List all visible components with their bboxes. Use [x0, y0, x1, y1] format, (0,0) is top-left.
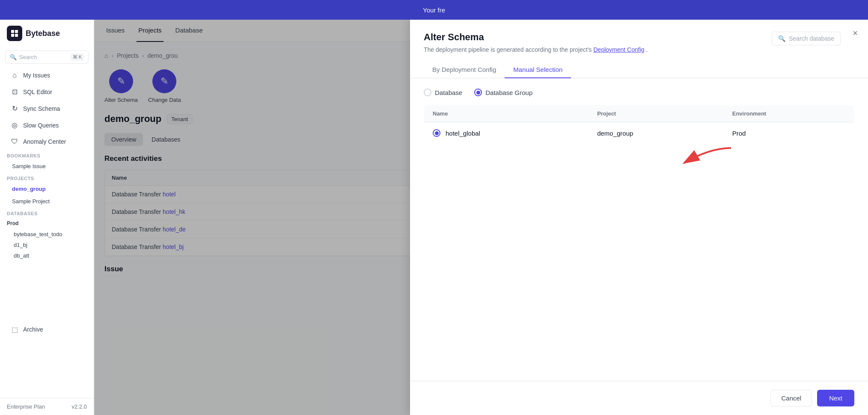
modal-tab-by-deployment[interactable]: By Deployment Config	[424, 62, 505, 78]
sidebar-item-label: Anomaly Center	[23, 138, 66, 145]
prod-env-label: Prod	[0, 218, 94, 229]
main-content: Issues Projects Database ⌂ › Projects › …	[94, 20, 868, 415]
sidebar-item-sample-project[interactable]: Sample Project	[0, 195, 94, 208]
top-banner: Your fre	[0, 0, 868, 20]
col-environment: Environment	[724, 105, 854, 122]
modal-subtitle: The deployment pipeline is generated acc…	[424, 46, 854, 53]
svg-rect-1	[15, 30, 18, 33]
shield-icon: 🛡	[10, 138, 19, 145]
modal-close-button[interactable]: ×	[853, 28, 858, 38]
search-icon: 🔍	[10, 54, 17, 60]
svg-rect-3	[15, 34, 18, 37]
logo-text: Bytebase	[26, 29, 60, 38]
radio-database-group-label: Database Group	[485, 89, 532, 96]
databases-section-label: Databases	[0, 208, 94, 218]
search-icon: 🔍	[778, 35, 785, 42]
sidebar-item-label: Sync Schema	[23, 105, 60, 112]
sidebar-db-db-att[interactable]: db_att	[0, 250, 94, 261]
banner-text: Your fre	[423, 6, 445, 14]
radio-database-circle	[424, 89, 431, 96]
col-project: Project	[589, 105, 724, 122]
logo-icon	[7, 26, 22, 41]
bookmarks-section-label: Bookmarks	[0, 150, 94, 160]
sql-icon: ⊡	[10, 88, 19, 96]
search-placeholder-text: Search database	[789, 35, 834, 42]
search-shortcut: ⌘ K	[71, 53, 84, 61]
col-name: Name	[424, 105, 589, 122]
modal-footer: Cancel Next	[410, 381, 868, 415]
db-environment-cell: Prod	[724, 122, 854, 144]
sidebar-item-my-issues[interactable]: ⌂ My Issues	[3, 68, 90, 83]
sidebar-bottom: Enterprise Plan v2.2.0	[0, 398, 94, 415]
sidebar-item-anomaly-center[interactable]: 🛡 Anomaly Center	[3, 134, 90, 149]
modal-header: Alter Schema The deployment pipeline is …	[410, 20, 868, 78]
radio-database[interactable]: Database	[424, 89, 462, 96]
db-project-cell: demo_group	[589, 122, 724, 144]
sidebar-item-label: SQL Editor	[23, 89, 52, 95]
radio-group: Database Database Group	[424, 89, 854, 96]
database-table: Name Project Environment hotel_global	[424, 105, 854, 144]
modal-tab-manual[interactable]: Manual Selection	[505, 62, 571, 78]
modal-body: Database Database Group Name Project	[410, 78, 868, 381]
sidebar-item-sync-schema[interactable]: ↻ Sync Schema	[3, 101, 90, 116]
sidebar-item-label: Slow Queries	[23, 122, 59, 129]
home-icon: ⌂	[10, 71, 19, 79]
search-bar[interactable]: 🔍 Search ⌘ K	[5, 50, 89, 64]
sidebar-item-slow-queries[interactable]: ◎ Slow Queries	[3, 117, 90, 133]
table-row[interactable]: hotel_global	[424, 122, 854, 144]
modal-search[interactable]: 🔍 Search database	[772, 32, 841, 45]
cancel-button[interactable]: Cancel	[770, 390, 812, 406]
db-name: hotel_global	[446, 130, 480, 137]
radio-database-group[interactable]: Database Group	[474, 89, 532, 96]
db-name-cell: hotel_global	[424, 122, 589, 144]
svg-rect-0	[11, 30, 14, 33]
search-placeholder: Search	[19, 54, 37, 60]
slow-queries-icon: ◎	[10, 121, 19, 129]
sidebar-item-sql-editor[interactable]: ⊡ SQL Editor	[3, 84, 90, 100]
svg-rect-2	[11, 34, 14, 37]
logo: Bytebase	[0, 20, 94, 47]
row-radio[interactable]	[433, 129, 440, 137]
version-label: v2.2.0	[72, 403, 87, 410]
plan-label: Enterprise Plan	[7, 403, 45, 410]
archive-icon: ⬚	[10, 326, 19, 334]
sidebar-item-label: Archive	[23, 326, 43, 333]
sidebar-item-demo-group[interactable]: demo_group	[0, 183, 94, 195]
sync-icon: ↻	[10, 104, 19, 113]
alter-schema-modal: × Alter Schema The deployment pipeline i…	[410, 20, 868, 415]
projects-section-label: Projects	[0, 172, 94, 183]
sidebar-item-label: My Issues	[23, 72, 50, 79]
sidebar: Bytebase 🔍 Search ⌘ K ⌂ My Issues ⊡ SQL …	[0, 20, 94, 415]
sidebar-db-bytebase-test-todo[interactable]: bytebase_test_todo	[0, 229, 94, 240]
next-button[interactable]: Next	[817, 390, 854, 406]
sidebar-item-archive[interactable]: ⬚ Archive	[3, 322, 90, 338]
modal-overlay: × Alter Schema The deployment pipeline i…	[94, 20, 868, 415]
deployment-config-link[interactable]: Deployment Config	[593, 46, 644, 53]
modal-tabs: By Deployment Config Manual Selection	[424, 62, 854, 78]
sidebar-item-sample-issue[interactable]: Sample Issue	[0, 160, 94, 172]
sidebar-db-d1bj[interactable]: d1_bj	[0, 240, 94, 250]
radio-database-group-circle	[474, 89, 482, 96]
radio-database-label: Database	[435, 89, 462, 96]
